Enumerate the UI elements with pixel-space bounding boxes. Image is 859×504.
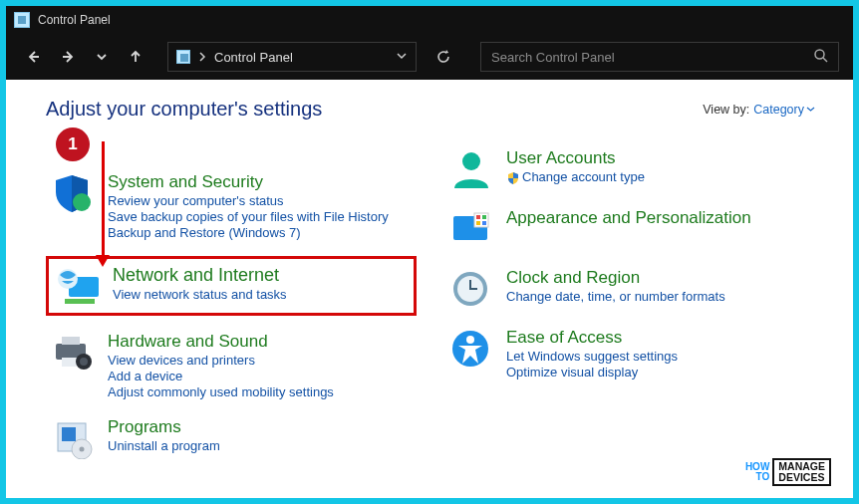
category-link[interactable]: Review your computer's status xyxy=(108,193,389,208)
search-input[interactable] xyxy=(491,50,813,65)
category-link[interactable]: View devices and printers xyxy=(108,353,334,368)
watermark-logo: HOW TO MANAGE DEVICES xyxy=(745,458,831,486)
category-link[interactable]: Let Windows suggest settings xyxy=(506,349,678,364)
svg-point-13 xyxy=(80,447,85,452)
category-title[interactable]: Programs xyxy=(108,417,220,437)
search-icon xyxy=(813,48,828,66)
svg-rect-3 xyxy=(65,299,95,304)
search-box[interactable] xyxy=(480,42,839,72)
back-button[interactable] xyxy=(20,43,48,71)
address-dropdown-button[interactable] xyxy=(396,50,408,65)
view-by-label: View by: xyxy=(703,103,749,117)
svg-rect-20 xyxy=(482,221,486,225)
programs-icon xyxy=(50,417,96,459)
title-bar: Control Panel xyxy=(6,6,853,34)
content-area: 1 Adjust your computer's settings View b… xyxy=(6,80,853,498)
category-link[interactable]: Save backup copies of your files with Fi… xyxy=(108,209,389,224)
up-button[interactable] xyxy=(122,43,149,71)
page-heading: Adjust your computer's settings xyxy=(46,98,322,121)
svg-point-14 xyxy=(462,152,480,170)
category-user-accounts: User Accounts Change account type xyxy=(444,146,815,192)
category-appearance-personalization: Appearance and Personalization xyxy=(444,206,815,252)
category-link[interactable]: Uninstall a program xyxy=(108,438,220,453)
view-by-dropdown[interactable]: Category xyxy=(753,103,815,117)
navigation-toolbar: Control Panel xyxy=(6,34,853,80)
user-icon xyxy=(448,148,494,190)
address-icon xyxy=(176,50,190,64)
svg-rect-6 xyxy=(62,337,80,345)
svg-rect-19 xyxy=(476,221,480,225)
category-ease-of-access: Ease of Access Let Windows suggest setti… xyxy=(444,326,815,381)
category-title[interactable]: Clock and Region xyxy=(506,268,725,288)
shield-icon xyxy=(50,172,96,214)
category-link[interactable]: View network status and tasks xyxy=(113,287,287,302)
category-title[interactable]: Network and Internet xyxy=(113,265,287,286)
category-link[interactable]: Optimize visual display xyxy=(506,365,678,379)
address-bar[interactable]: Control Panel xyxy=(167,42,417,72)
category-link[interactable]: Change account type xyxy=(506,169,645,185)
right-column: User Accounts Change account type xyxy=(444,146,815,461)
category-title[interactable]: User Accounts xyxy=(506,148,645,168)
printer-icon xyxy=(50,332,96,374)
category-link[interactable]: Change date, time, or number formats xyxy=(506,289,725,304)
uac-shield-icon xyxy=(506,171,520,185)
category-clock-region: Clock and Region Change date, time, or n… xyxy=(444,266,815,312)
category-link[interactable]: Add a device xyxy=(108,369,334,383)
chevron-right-icon xyxy=(198,52,206,62)
appearance-icon xyxy=(448,208,494,250)
category-title[interactable]: Ease of Access xyxy=(506,328,678,348)
window-title: Control Panel xyxy=(38,13,111,27)
svg-point-1 xyxy=(73,193,91,211)
recent-dropdown-button[interactable] xyxy=(88,43,116,71)
breadcrumb-item[interactable]: Control Panel xyxy=(214,50,293,65)
svg-rect-17 xyxy=(476,215,480,219)
refresh-button[interactable] xyxy=(427,42,460,72)
chevron-down-icon xyxy=(806,105,815,114)
network-icon xyxy=(55,265,101,307)
annotation-step-badge: 1 xyxy=(56,127,90,161)
accessibility-icon xyxy=(448,328,494,370)
category-title[interactable]: System and Security xyxy=(108,172,389,192)
category-title[interactable]: Appearance and Personalization xyxy=(506,208,751,228)
forward-button[interactable] xyxy=(54,43,82,71)
clock-icon xyxy=(448,268,494,310)
svg-point-24 xyxy=(466,336,474,344)
view-by-control: View by: Category xyxy=(703,103,815,117)
category-programs: Programs Uninstall a program xyxy=(46,415,417,461)
annotation-arrow xyxy=(102,141,105,257)
svg-rect-11 xyxy=(62,427,76,441)
svg-rect-18 xyxy=(482,215,486,219)
category-link[interactable]: Adjust commonly used mobility settings xyxy=(108,384,334,399)
control-panel-icon xyxy=(14,12,30,28)
control-panel-window: Control Panel Control Panel xyxy=(6,6,853,498)
category-title[interactable]: Hardware and Sound xyxy=(108,332,334,352)
svg-point-0 xyxy=(815,50,824,59)
svg-point-9 xyxy=(80,358,88,366)
category-hardware-sound: Hardware and Sound View devices and prin… xyxy=(46,330,417,401)
category-link[interactable]: Backup and Restore (Windows 7) xyxy=(108,225,389,240)
